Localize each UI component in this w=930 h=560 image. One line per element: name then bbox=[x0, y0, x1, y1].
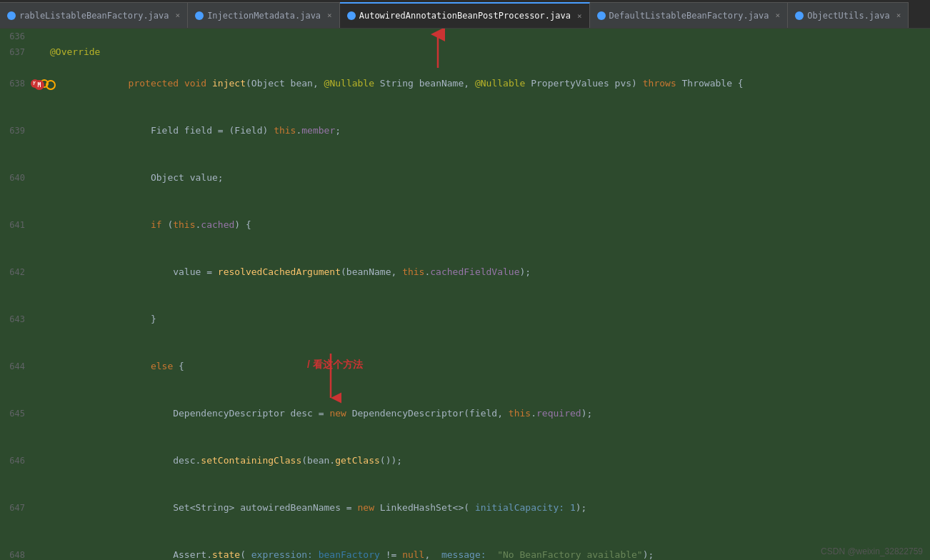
code-editor[interactable]: 636 637 @Override 638 M bbox=[0, 29, 930, 560]
tab-label5: ObjectUtils.java bbox=[807, 11, 890, 21]
code-line-643: 643 } bbox=[0, 296, 930, 343]
code-line-646: 646 desc.setContainingClass(bean.getClas… bbox=[0, 437, 930, 484]
code-line-638: 638 M protected void inject(Object bean,… bbox=[0, 60, 930, 107]
tab-close[interactable]: × bbox=[176, 11, 181, 20]
tab-icon-c3 bbox=[347, 11, 356, 20]
code-line-642: 642 value = resolvedCachedArgument(beanN… bbox=[0, 249, 930, 296]
tab-icon-c2 bbox=[195, 11, 204, 20]
tab-objectutils[interactable]: ObjectUtils.java × bbox=[788, 2, 909, 28]
debug-icon-m: M bbox=[34, 80, 44, 90]
tab-label4: DefaultListableBeanFactory.java bbox=[609, 11, 769, 21]
tab-label2: InjectionMetadata.java bbox=[207, 11, 321, 21]
code-line-636: 636 bbox=[0, 29, 930, 44]
code-line-641: 641 if (this.cached) { bbox=[0, 201, 930, 249]
tab-close2[interactable]: × bbox=[327, 11, 332, 20]
tab-close3[interactable]: × bbox=[577, 11, 582, 21]
code-line-647: 647 Set<String> autowiredBeanNames = new… bbox=[0, 484, 930, 531]
code-line-640: 640 Object value; bbox=[0, 154, 930, 201]
tab-label3: AutowiredAnnotationBeanPostProcessor.jav… bbox=[359, 11, 571, 21]
tab-icon-c5 bbox=[795, 11, 804, 20]
tab-autowired[interactable]: AutowiredAnnotationBeanPostProcessor.jav… bbox=[340, 2, 590, 28]
tab-rablelistable[interactable]: rableListableBeanFactory.java × bbox=[0, 2, 188, 28]
watermark: CSDN @weixin_32822759 bbox=[821, 546, 923, 556]
code-line-648: 648 Assert.state( expression: beanFactor… bbox=[0, 531, 930, 560]
code-line-639: 639 Field field = (Field) this.member; bbox=[0, 107, 930, 154]
code-lines: 636 637 @Override 638 M bbox=[0, 29, 930, 560]
tab-close4[interactable]: × bbox=[776, 11, 781, 20]
tab-bar: rableListableBeanFactory.java × Injectio… bbox=[0, 0, 930, 29]
code-container: M / 看这个方法 636 bbox=[0, 29, 930, 560]
debug-icon-o bbox=[46, 80, 56, 90]
tab-label: rableListableBeanFactory.java bbox=[19, 11, 169, 21]
code-line-637: 637 @Override bbox=[0, 44, 930, 60]
code-line-644: 644 else { bbox=[0, 343, 930, 390]
tab-close5[interactable]: × bbox=[896, 11, 901, 20]
code-line-645: 645 DependencyDescriptor desc = new Depe… bbox=[0, 390, 930, 437]
tab-injectionmetadata[interactable]: InjectionMetadata.java × bbox=[188, 2, 340, 28]
tab-icon-c4 bbox=[597, 11, 606, 20]
tab-defaultlistable[interactable]: DefaultListableBeanFactory.java × bbox=[590, 2, 789, 28]
tab-icon-c bbox=[7, 11, 16, 20]
